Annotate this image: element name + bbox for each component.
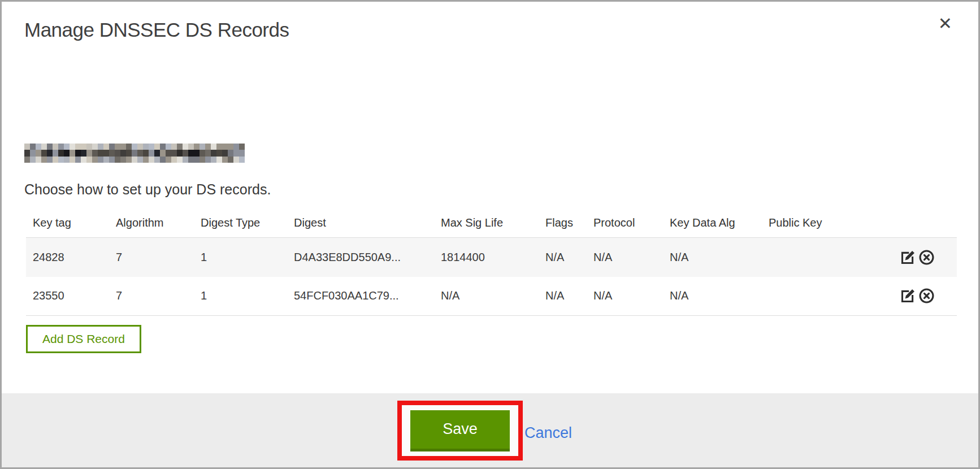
cell-public-key: [762, 277, 892, 316]
cell-algorithm: 7: [109, 238, 194, 277]
cell-protocol: N/A: [587, 238, 663, 277]
cell-digest: 54FCF030AA1C79...: [287, 277, 434, 316]
cell-key-tag: 23550: [26, 277, 109, 316]
cell-digest-type: 1: [194, 277, 287, 316]
column-header-max-sig-life: Max Sig Life: [434, 209, 539, 238]
column-header-protocol: Protocol: [587, 209, 663, 238]
column-header-algorithm: Algorithm: [109, 209, 194, 238]
ds-records-table: Key tag Algorithm Digest Type Digest Max…: [26, 209, 957, 316]
cell-algorithm: 7: [109, 277, 194, 316]
cancel-link[interactable]: Cancel: [524, 424, 572, 442]
column-header-flags: Flags: [539, 209, 587, 238]
page-title: Manage DNSSEC DS Records: [24, 19, 289, 41]
column-header-public-key: Public Key: [762, 209, 892, 238]
cell-actions: [892, 238, 957, 277]
cell-max-sig-life: N/A: [434, 277, 539, 316]
edit-icon[interactable]: [899, 249, 917, 266]
cell-digest: D4A33E8DD550A9...: [287, 238, 434, 277]
save-button[interactable]: Save: [410, 410, 510, 451]
table-row: 24828 7 1 D4A33E8DD550A9... 1814400 N/A …: [26, 238, 957, 277]
add-ds-record-button[interactable]: Add DS Record: [26, 325, 141, 353]
cell-public-key: [762, 238, 892, 277]
cell-max-sig-life: 1814400: [434, 238, 539, 277]
remove-icon[interactable]: [918, 249, 935, 266]
cell-digest-type: 1: [194, 238, 287, 277]
instruction-text: Choose how to set up your DS records.: [24, 181, 271, 198]
annotation-highlight-box: Save: [397, 401, 523, 461]
cell-key-data-alg: N/A: [663, 238, 762, 277]
column-header-digest-type: Digest Type: [194, 209, 287, 238]
cell-protocol: N/A: [587, 277, 663, 316]
column-header-actions: [892, 209, 957, 238]
remove-icon[interactable]: [918, 287, 935, 305]
table-header-row: Key tag Algorithm Digest Type Digest Max…: [26, 209, 957, 238]
cell-actions: [892, 277, 957, 316]
cell-key-data-alg: N/A: [663, 277, 762, 316]
close-icon[interactable]: ✕: [938, 15, 952, 32]
column-header-key-tag: Key tag: [26, 209, 109, 238]
edit-icon[interactable]: [899, 287, 917, 305]
cell-flags: N/A: [539, 277, 587, 316]
column-header-key-data-alg: Key Data Alg: [663, 209, 762, 238]
domain-name-redacted: [24, 144, 245, 163]
dnssec-modal: Manage DNSSEC DS Records ✕ Choose how to…: [0, 0, 980, 469]
cell-key-tag: 24828: [26, 238, 109, 277]
table-row: 23550 7 1 54FCF030AA1C79... N/A N/A N/A …: [26, 277, 957, 316]
column-header-digest: Digest: [287, 209, 434, 238]
cell-flags: N/A: [539, 238, 587, 277]
